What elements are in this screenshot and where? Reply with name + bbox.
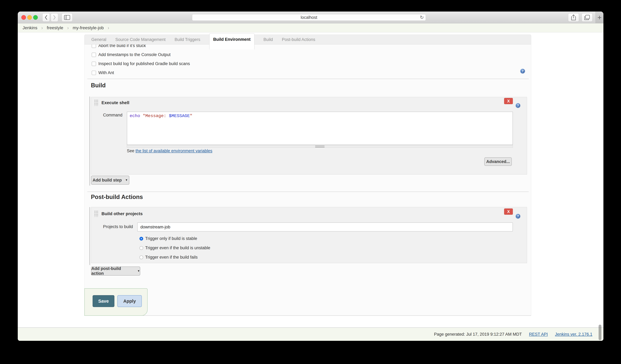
section-accent-line: [89, 207, 90, 265]
delete-build-step-button[interactable]: X: [504, 98, 513, 104]
add-build-step-button[interactable]: Add build step ▼: [91, 176, 129, 185]
sidebar-icon: [64, 15, 70, 20]
radio-label: Trigger even if the build is unstable: [145, 245, 210, 250]
breadcrumb: Jenkins › freestyle › my-freestyle-job ›: [18, 23, 604, 32]
radio-trigger-fails[interactable]: [139, 256, 143, 259]
share-button[interactable]: [568, 13, 579, 22]
url-text: localhost: [192, 14, 426, 20]
build-other-projects-title: Build other projects: [102, 211, 143, 216]
close-window-button[interactable]: [21, 15, 26, 20]
save-panel: Save Apply: [84, 288, 148, 316]
tab-post-build-actions[interactable]: Post-build Actions: [282, 35, 315, 44]
build-section-heading: Build: [91, 82, 106, 89]
breadcrumb-separator-icon: ›: [108, 25, 109, 31]
caret-down-icon: ▼: [125, 179, 128, 182]
code-token: "Message:: [143, 114, 169, 118]
radio-label: Trigger only if build is stable: [145, 236, 197, 241]
help-icon[interactable]: ?: [520, 69, 525, 74]
browser-toolbar: localhost ↻ +: [18, 12, 604, 23]
code-token: echo: [130, 114, 143, 118]
projects-to-build-input[interactable]: [137, 223, 513, 231]
checkbox-with-ant[interactable]: [92, 71, 96, 75]
add-post-build-action-label: Add post-build action: [91, 266, 134, 276]
shell-command-editor[interactable]: echo "Message: $MESSAGE": [127, 112, 513, 145]
breadcrumb-item-job[interactable]: my-freestyle-job: [73, 25, 104, 30]
section-divider: [87, 191, 529, 192]
execute-shell-title: Execute shell: [102, 100, 129, 105]
section-divider: [87, 79, 529, 79]
checkbox-row: Abort the build if it's stuck: [92, 45, 146, 48]
checkbox-label: Abort the build if it's stuck: [98, 45, 146, 48]
breadcrumb-item-freestyle[interactable]: freestyle: [47, 25, 63, 30]
checkbox-inspect-gradle[interactable]: [92, 62, 96, 66]
address-bar[interactable]: localhost ↻: [192, 14, 426, 21]
forward-button[interactable]: [51, 13, 58, 22]
minimize-window-button[interactable]: [27, 15, 32, 20]
radio-trigger-stable[interactable]: [139, 237, 143, 241]
config-content: Abort the build if it's stuck Add timest…: [84, 45, 531, 316]
tab-source-code-management[interactable]: Source Code Management: [115, 35, 166, 44]
see-prefix: See: [127, 149, 136, 153]
scrollbar-thumb[interactable]: [599, 325, 601, 340]
chevron-left-icon: [44, 15, 48, 20]
tab-build-triggers[interactable]: Build Triggers: [175, 35, 200, 44]
checkbox-row: Add timestamps to the Console Output: [92, 52, 171, 57]
breadcrumb-separator-icon: ›: [41, 25, 43, 31]
checkbox-add-timestamps[interactable]: [92, 53, 96, 57]
help-icon[interactable]: ?: [516, 214, 520, 219]
checkbox-label: With Ant: [98, 70, 114, 75]
zoom-window-button[interactable]: [33, 15, 38, 20]
breadcrumb-item-jenkins[interactable]: Jenkins: [23, 25, 37, 30]
chevron-right-icon: [53, 15, 56, 20]
config-tab-bar: General Source Code Management Build Tri…: [84, 35, 531, 45]
reload-icon[interactable]: ↻: [420, 14, 424, 20]
jenkins-version-link[interactable]: Jenkins ver. 2.176.1: [555, 332, 592, 337]
section-accent-line: [89, 97, 90, 186]
plus-icon: +: [598, 13, 602, 22]
add-build-step-label: Add build step: [93, 178, 122, 183]
checkbox-label: Inspect build log for published Gradle b…: [98, 61, 190, 66]
advanced-button[interactable]: Advanced...: [484, 157, 512, 166]
save-button[interactable]: Save: [93, 295, 114, 307]
apply-button[interactable]: Apply: [117, 295, 142, 307]
checkbox-row: With Ant: [92, 70, 114, 75]
tabs-overview-icon: [584, 15, 590, 20]
radio-label: Trigger even if the build fails: [145, 255, 198, 260]
help-icon[interactable]: ?: [516, 103, 520, 108]
tab-build-environment[interactable]: Build Environment: [209, 33, 255, 50]
env-vars-hint: See the list of available environment va…: [127, 149, 212, 153]
caret-down-icon: ▼: [137, 270, 140, 273]
checkbox-row: Inspect build log for published Gradle b…: [92, 61, 190, 66]
add-post-build-action-button[interactable]: Add post-build action ▼: [91, 267, 140, 276]
tab-general[interactable]: General: [91, 35, 106, 44]
code-token: ": [190, 114, 192, 118]
execute-shell-panel: Execute shell X ? Command echo "Message:…: [91, 97, 527, 174]
share-icon: [571, 15, 576, 20]
environment-variables-link[interactable]: the list of available environment variab…: [136, 149, 212, 153]
page-generated-text: Page generated: Jul 17, 2019 9:12:27 AM …: [434, 332, 522, 337]
checkbox-label: Add timestamps to the Console Output: [98, 52, 171, 57]
radio-row: Trigger even if the build fails: [139, 255, 198, 260]
build-other-projects-panel: Build other projects X ? Projects to bui…: [91, 207, 527, 263]
tab-overview-button[interactable]: [582, 13, 592, 22]
command-label: Command: [103, 113, 122, 118]
radio-row: Trigger even if the build is unstable: [139, 245, 210, 250]
projects-to-build-label: Projects to build: [103, 224, 133, 229]
drag-handle-icon[interactable]: [94, 211, 99, 217]
tab-build[interactable]: Build: [263, 35, 273, 44]
drag-handle-icon[interactable]: [94, 100, 99, 106]
code-token: $MESSAGE: [169, 114, 190, 118]
footer: Page generated: Jul 17, 2019 9:12:27 AM …: [18, 328, 604, 341]
sidebar-toggle-button[interactable]: [62, 13, 72, 22]
radio-trigger-unstable[interactable]: [139, 246, 143, 250]
rest-api-link[interactable]: REST API: [529, 332, 548, 337]
radio-row: Trigger only if build is stable: [139, 236, 197, 241]
delete-post-build-action-button[interactable]: X: [504, 208, 513, 215]
editor-resize-handle[interactable]: [127, 145, 513, 148]
back-button[interactable]: [42, 13, 50, 22]
browser-window: localhost ↻ + Jenkins › freestyle › my-f…: [18, 12, 604, 341]
checkbox-abort-build[interactable]: [92, 45, 96, 48]
post-build-section-heading: Post-build Actions: [91, 194, 143, 200]
new-tab-button[interactable]: +: [595, 12, 604, 23]
breadcrumb-separator-icon: ›: [67, 25, 69, 31]
